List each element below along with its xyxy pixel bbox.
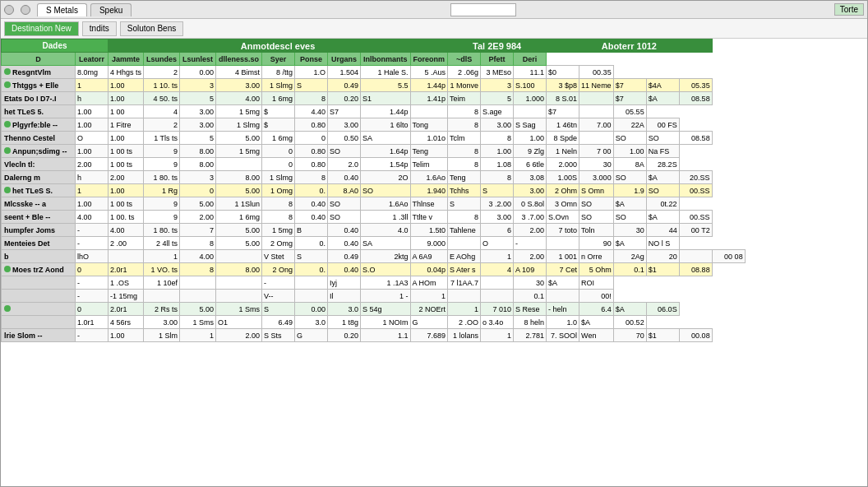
table-cell: B <box>295 224 328 237</box>
main-window: S Metals Speku Torte Destination New tnd… <box>0 0 868 487</box>
table-cell: 1.00S <box>547 171 579 184</box>
table-cell: 3.00 <box>180 118 216 132</box>
table-cell: 1.504 <box>328 66 361 79</box>
table-cell: 1.00 <box>76 197 108 211</box>
table-cell: SO <box>328 197 361 211</box>
row-icon <box>4 187 11 193</box>
row-icon <box>4 68 11 75</box>
table-cell: V Stet <box>262 250 295 263</box>
row-label: Vlecln tl: <box>2 158 76 171</box>
table-cell: $A <box>579 316 614 329</box>
table-row: Plgyrfe:ble --1.001 Fitre23.001 Slmg$0.8… <box>2 118 746 132</box>
table-cell: 7 00 <box>579 145 614 158</box>
table-cell: 05.55 <box>613 105 646 118</box>
table-cell: 2Ag <box>613 250 646 263</box>
table-cell: 6.49 <box>262 316 295 329</box>
table-cell: 4.40 <box>295 105 328 118</box>
table-cell: 3 MEso <box>481 66 514 79</box>
toolbar-btn-destination[interactable]: Destination New <box>4 21 79 36</box>
table-cell: $7 <box>613 79 646 92</box>
table-cell: 1.940 <box>410 184 448 197</box>
table-cell: 4 Bimst <box>216 66 262 79</box>
table-cell: 2.00 <box>514 250 547 263</box>
table-cell: 1.00 <box>76 118 108 132</box>
table-cell <box>481 276 514 290</box>
table-cell: $A <box>646 171 679 184</box>
table-cell: Telim <box>410 158 448 171</box>
table-cell: 1 10. ts <box>144 79 180 92</box>
table-cell: G <box>410 316 448 329</box>
table-cell: 1.00 <box>108 79 144 92</box>
table-cell: S <box>262 303 295 316</box>
title-search[interactable] <box>450 3 516 16</box>
tab-speku[interactable]: Speku <box>90 3 132 16</box>
table-cell: 1 001 <box>547 250 579 263</box>
table-cell: 1 5mg <box>262 224 295 237</box>
table-cell: S <box>295 250 328 263</box>
table-cell: 4 56rs <box>108 316 144 329</box>
table-cell: 1.01o <box>410 132 448 145</box>
table-cell <box>410 105 448 118</box>
table-row: Moes trZ Aond02.0r11 VO. ts88.002 Ong0.0… <box>2 263 746 276</box>
table-cell: 2.000 <box>547 158 579 171</box>
table-cell: 8.0mg <box>76 66 108 79</box>
table-cell: 3.00 <box>328 118 361 132</box>
table-cell: 9 Zlg <box>514 145 547 158</box>
toolbar-btn-tndits[interactable]: tndits <box>82 21 117 36</box>
row-icon <box>4 266 11 272</box>
table-row: -1 .OS1 10ef-Iyj1 .1A3A HOm7 l1AA.730$AR… <box>2 276 746 290</box>
table-cell: 7.00 <box>579 118 614 132</box>
table-cell: 1 Omg <box>262 184 295 197</box>
table-cell: 1 t8g <box>328 316 361 329</box>
table-cell: 1 00 ts <box>108 145 144 158</box>
table-cell: $ <box>262 105 295 118</box>
window-control-2[interactable] <box>21 5 30 15</box>
table-cell: 1.6Ao <box>410 171 448 184</box>
table-cell: 8.00 <box>180 158 216 171</box>
table-cell: 4.00 <box>216 92 262 105</box>
col-h-urgans: Urgans <box>328 53 361 66</box>
window-control-1[interactable] <box>4 5 14 15</box>
table-cell: 1 46tn <box>547 118 579 132</box>
row-label: Menteies Det <box>2 237 76 250</box>
table-cell: 2ktg <box>361 250 411 263</box>
table-cell: 1.00 <box>76 105 108 118</box>
table-cell: 7 010 <box>481 303 514 316</box>
table-cell: 8 <box>262 197 295 211</box>
table-cell: Toln <box>579 224 614 237</box>
table-cell: 0 S.8ol <box>514 197 547 211</box>
table-cell: 8A <box>613 158 646 171</box>
table-cell: $7 <box>613 92 646 105</box>
table-cell: 2.781 <box>514 329 547 342</box>
table-cell <box>514 105 547 118</box>
table-cell: 6 <box>481 224 514 237</box>
col-h-dls: ~dlS <box>448 53 481 66</box>
col-h-ponse: Ponse <box>295 53 328 66</box>
table-cell: 3 <box>481 79 514 92</box>
table-cell: 8.00 <box>180 145 216 158</box>
table-row: Dalerng mh2.001 80. ts38.001 Slmg80.402O… <box>2 171 746 184</box>
table-cell: 5 .Aus <box>410 66 448 79</box>
toolbar-btn-solution[interactable]: Soluton Bens <box>120 21 184 36</box>
table-cell: 7 <box>180 224 216 237</box>
tab-metals[interactable]: S Metals <box>37 3 87 16</box>
table-cell: $1 <box>646 329 679 342</box>
col-header-row: D Leatorr Jammte Lsundes Lsunlest dllene… <box>2 53 746 66</box>
table-cell: 1.5t0 <box>410 224 448 237</box>
table-cell: SO <box>328 211 361 224</box>
table-cell: 0.20 <box>328 92 361 105</box>
table-cell: 1 6mg <box>262 132 295 145</box>
table-cell <box>180 290 216 303</box>
table-cell: 3.00 <box>180 105 216 118</box>
table-cell: 3 .2.00 <box>481 197 514 211</box>
table-cell: SO <box>579 197 614 211</box>
table-cell: 2.0 <box>328 158 361 171</box>
table-cell: 1 Slmg <box>216 118 262 132</box>
table-cell: 5 <box>180 92 216 105</box>
table-cell <box>579 92 614 105</box>
table-cell: 3.08 <box>514 171 547 184</box>
spreadsheet-container[interactable]: Dades Anmotdescl eves Tal 2E9 984 Aboter… <box>1 39 867 486</box>
table-cell: 1.64p <box>361 145 411 158</box>
row-label: b <box>2 250 76 263</box>
table-cell: 4 50. ts <box>144 92 180 105</box>
